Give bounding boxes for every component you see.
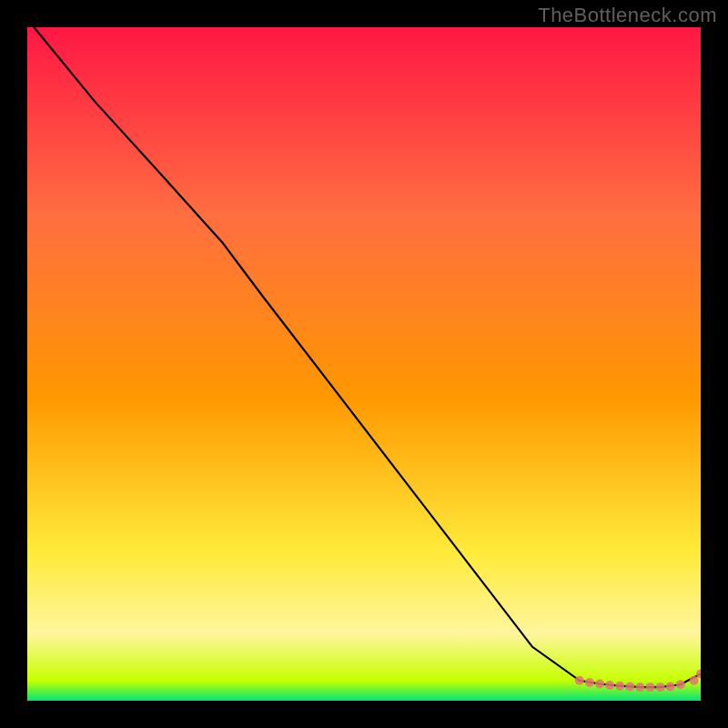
data-point	[676, 680, 685, 689]
data-point	[595, 680, 604, 689]
heatmap-background	[27, 27, 701, 701]
data-point	[666, 682, 675, 691]
chart-svg	[27, 27, 701, 701]
plot-area	[27, 27, 701, 701]
data-point	[605, 681, 614, 690]
data-point	[615, 682, 624, 691]
data-point	[625, 682, 634, 691]
chart-frame: TheBottleneck.com	[0, 0, 728, 728]
data-point	[646, 682, 655, 692]
data-point	[656, 682, 665, 692]
data-point	[690, 676, 699, 685]
watermark-text: TheBottleneck.com	[538, 4, 717, 27]
data-point	[575, 676, 584, 685]
data-point	[635, 682, 644, 692]
data-point	[585, 678, 594, 687]
